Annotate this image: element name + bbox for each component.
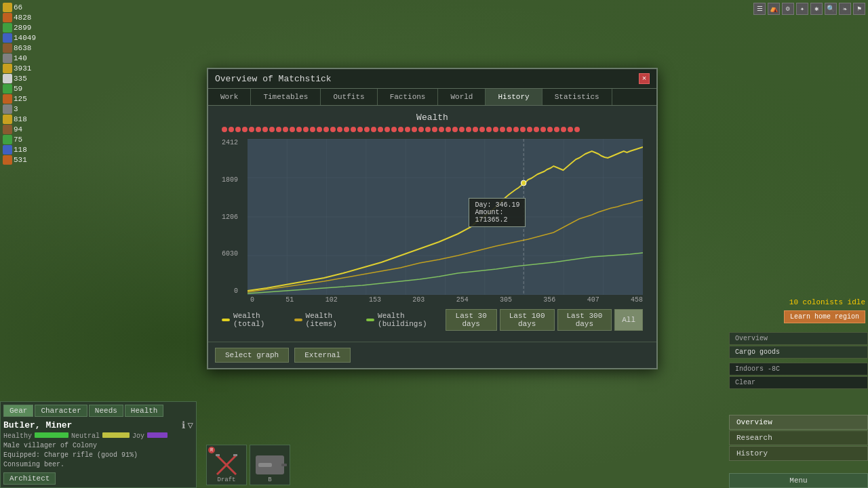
resource-value: 75: [14, 136, 22, 144]
toolbar-icon-5[interactable]: ✱: [810, 3, 823, 15]
right-sidebar: Overview Cargo goods Indoors -8C Clear: [729, 332, 868, 390]
resource-icon: [3, 84, 12, 94]
event-dot: [493, 127, 498, 132]
equipment-slots: R Draft B: [203, 442, 293, 488]
resource-item: 14049: [3, 33, 48, 43]
event-dot: [262, 127, 268, 132]
modal-tabs: Work Timetables Outfits Factions World H…: [208, 89, 656, 106]
event-dot: [371, 127, 376, 132]
tab-work[interactable]: Work: [208, 89, 251, 105]
resource-value: 818: [14, 115, 27, 123]
draft-slot-icon: [212, 451, 241, 479]
resource-value: 4828: [14, 14, 31, 22]
joy-label: Joy: [132, 432, 144, 440]
resource-icon: [3, 74, 12, 83]
event-dot: [391, 127, 397, 132]
svg-point-19: [521, 180, 526, 186]
toolbar-icon-8[interactable]: ⚑: [853, 3, 865, 15]
btn-last-30[interactable]: Last 30 days: [446, 309, 497, 331]
legend-items: Wealth (items): [294, 312, 353, 328]
modal-titlebar: Overview of Matchstick ×: [208, 69, 656, 89]
equip-slot-draft[interactable]: R Draft: [206, 445, 247, 485]
equip-slot-weapon[interactable]: B: [250, 445, 290, 485]
tab-health[interactable]: Health: [125, 405, 164, 417]
event-dot: [507, 127, 512, 132]
event-dot: [554, 127, 559, 132]
event-dot: [256, 127, 261, 132]
btn-last-100[interactable]: Last 100 days: [500, 309, 555, 331]
toolbar-icon-1[interactable]: ☰: [753, 3, 766, 15]
resource-icon: [3, 13, 12, 22]
resource-item: 8638: [3, 43, 48, 53]
tab-gear[interactable]: Gear: [3, 405, 33, 417]
mood-label: Neutral: [71, 432, 100, 440]
char-info-icon[interactable]: ℹ: [182, 420, 185, 431]
external-button[interactable]: External: [294, 348, 351, 363]
event-dot: [527, 127, 532, 132]
modal-footer: Select graph External: [208, 342, 656, 368]
chart-area: Day: 346.19 Amount: 171365.2: [248, 139, 643, 295]
event-dot: [330, 127, 336, 132]
tab-character[interactable]: Character: [35, 405, 87, 417]
resource-value: 531: [14, 156, 27, 164]
tab-history[interactable]: History: [486, 89, 542, 105]
svg-rect-3: [233, 454, 237, 456]
tab-factions[interactable]: Factions: [378, 89, 439, 105]
tab-outfits[interactable]: Outfits: [321, 89, 377, 105]
character-name: Butler, Miner: [3, 420, 72, 430]
resource-value: 335: [14, 75, 27, 83]
toolbar-icon-3[interactable]: ⚙: [782, 3, 794, 15]
event-dot: [547, 127, 553, 132]
btn-all[interactable]: All: [614, 309, 643, 331]
resource-icon: [3, 23, 12, 33]
research-button[interactable]: Research: [729, 430, 868, 445]
learn-home-button[interactable]: Learn home region: [784, 310, 865, 323]
toolbar-icon-7[interactable]: ❧: [839, 3, 851, 15]
event-dot: [568, 127, 573, 132]
event-dot: [405, 127, 410, 132]
toolbar-icon-4[interactable]: ✦: [796, 3, 808, 15]
event-dot: [310, 127, 315, 132]
btn-last-300[interactable]: Last 300 days: [557, 309, 612, 331]
modal-close-button[interactable]: ×: [639, 73, 650, 84]
event-dot: [344, 127, 349, 132]
event-dot: [378, 127, 383, 132]
event-dot: [269, 127, 275, 132]
tab-needs[interactable]: Needs: [89, 405, 123, 417]
overview-button[interactable]: Overview: [729, 415, 868, 430]
event-dot: [384, 127, 390, 132]
resource-icon: [3, 125, 12, 134]
legend-label-items: Wealth (items): [306, 312, 353, 328]
menu-button[interactable]: Menu: [729, 473, 868, 488]
tab-timetables[interactable]: Timetables: [251, 89, 321, 105]
joy-bar: [147, 432, 167, 438]
resource-icon: [3, 104, 12, 114]
traders-info: Overview: [729, 332, 868, 345]
resource-icon: [3, 43, 12, 53]
resource-value: 3931: [14, 64, 31, 73]
tab-world[interactable]: World: [438, 89, 486, 105]
x-axis-labels: 0 51 102 153 203 254 305 356 407 458: [243, 295, 650, 305]
resource-icon: [3, 54, 12, 63]
resource-value: 66: [14, 3, 22, 12]
event-dot: [520, 127, 526, 132]
event-dot: [235, 127, 241, 132]
role-label[interactable]: Architect: [3, 472, 56, 485]
time-range-buttons: Last 30 days Last 100 days Last 300 days…: [446, 309, 650, 331]
legend-total: Wealth (total): [222, 312, 281, 328]
select-graph-button[interactable]: Select graph: [215, 348, 289, 363]
event-dot: [398, 127, 403, 132]
svg-rect-2: [216, 454, 220, 456]
event-dot: [283, 127, 288, 132]
tab-statistics[interactable]: Statistics: [542, 89, 612, 105]
resource-item: 4828: [3, 13, 48, 22]
toolbar-icon-2[interactable]: ⛺: [768, 3, 780, 15]
toolbar-icon-6[interactable]: 🔍: [825, 3, 837, 15]
history-nav-button[interactable]: History: [729, 446, 868, 461]
resource-icon: [3, 64, 12, 73]
resource-item: 2899: [3, 23, 48, 33]
cargo-goods-info: Cargo goods: [729, 346, 868, 359]
resource-item: 66: [3, 3, 48, 12]
char-action-icon[interactable]: ▽: [188, 420, 193, 431]
draft-slot-badge: R: [208, 447, 215, 453]
